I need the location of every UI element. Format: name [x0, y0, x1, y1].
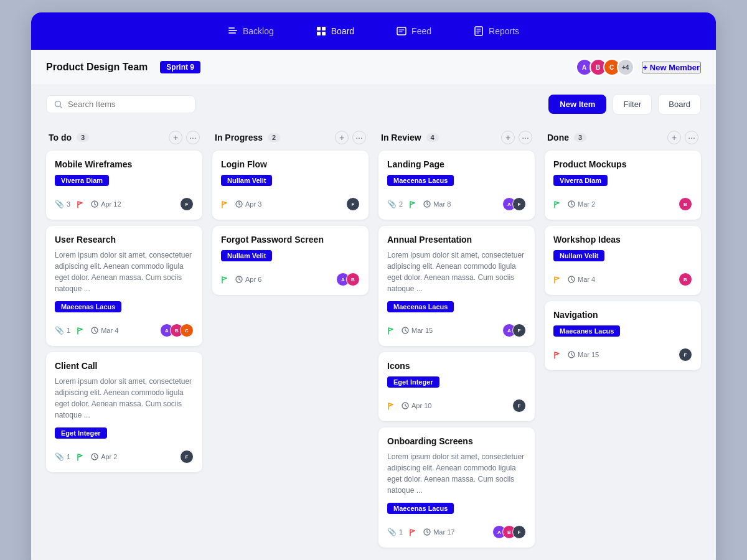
card-footer: Apr 6 AB — [221, 273, 360, 286]
card-date: Mar 2 — [568, 200, 595, 208]
card-flag — [77, 200, 85, 208]
nav-board[interactable]: Board — [310, 22, 360, 40]
paperclip-icon: 📎 — [387, 528, 397, 536]
column-menu-button[interactable]: ··· — [352, 131, 366, 144]
card-attachments: 📎 1 — [387, 528, 403, 536]
flag-icon — [77, 200, 85, 208]
nav-backlog[interactable]: Backlog — [222, 22, 280, 40]
card-flag — [553, 276, 561, 284]
card[interactable]: Product Mockups Viverra Diam Mar 2 B — [545, 151, 701, 220]
card[interactable]: Navigation Maecanes Lacus Mar 15 F — [545, 301, 701, 370]
column-count: 4 — [426, 133, 439, 142]
clock-icon — [568, 351, 575, 358]
paperclip-icon: 📎 — [55, 452, 64, 461]
column-menu-button[interactable]: ··· — [685, 131, 698, 144]
card-date: Apr 12 — [91, 200, 121, 208]
card-flag — [409, 200, 417, 208]
card[interactable]: Forgot Password Screen Nullam Velit Apr … — [212, 226, 369, 295]
card[interactable]: Workshop Ideas Nullam Velit Mar 4 B — [545, 226, 701, 295]
column-menu-button[interactable]: ··· — [519, 131, 532, 144]
card-title: Workshop Ideas — [553, 235, 692, 245]
svg-rect-2 — [228, 32, 236, 34]
card-tag[interactable]: Viverra Diam — [553, 175, 608, 186]
card-tag[interactable]: Maecenas Lacus — [55, 301, 121, 312]
add-card-button[interactable]: + — [667, 131, 681, 144]
column-actions: + ··· — [335, 131, 366, 144]
team-avatars: A B C +4 — [576, 58, 634, 76]
avatar: F — [512, 399, 526, 413]
card-tag[interactable]: Nullam Velit — [221, 175, 272, 186]
new-member-button[interactable]: + New Member — [642, 62, 701, 73]
card-tag[interactable]: Maecanes Lacus — [553, 325, 620, 337]
card-tag[interactable]: Eget Integer — [55, 427, 107, 439]
column-menu-button[interactable]: ··· — [186, 131, 200, 144]
card[interactable]: Annual Presentation Lorem ipsum dolor si… — [378, 226, 535, 346]
card-tag[interactable]: Maecenas Lacus — [387, 503, 454, 514]
card-avatars: ABF — [492, 525, 526, 539]
card[interactable]: User Research Lorem ipsum dolor sit amet… — [46, 226, 202, 346]
board-button[interactable]: Board — [658, 94, 701, 114]
svg-rect-7 — [397, 27, 406, 35]
column-actions: + ··· — [169, 131, 200, 144]
flag-icon — [553, 276, 561, 284]
card-avatars: F — [180, 450, 194, 464]
card-description: Lorem ipsum dolor sit amet, consectetuer… — [55, 376, 194, 421]
column-header: Done 3 + ··· — [545, 123, 701, 151]
filter-button[interactable]: Filter — [613, 94, 652, 114]
column-header: To do 3 + ··· — [46, 123, 202, 151]
card-title: Product Mockups — [553, 159, 692, 169]
column-title-group: To do 3 — [49, 133, 89, 142]
nav-reports[interactable]: Reports — [467, 22, 525, 40]
svg-rect-1 — [228, 30, 237, 31]
add-card-button[interactable]: + — [169, 131, 182, 144]
card-tag[interactable]: Maecenas Lacus — [387, 301, 454, 312]
card[interactable]: Landing Page Maecenas Lacus 📎 2 Mar 8 AF — [378, 151, 535, 220]
clock-icon — [91, 327, 98, 334]
new-item-button[interactable]: New Item — [548, 95, 606, 114]
svg-point-9 — [55, 101, 61, 106]
card-tag[interactable]: Maecenas Lacus — [387, 175, 454, 186]
card-description: Lorem ipsum dolor sit amet, consectetuer… — [387, 451, 526, 496]
column-count: 3 — [574, 133, 586, 142]
svg-rect-4 — [322, 27, 326, 30]
card-avatars: F — [180, 197, 194, 211]
card-footer: 📎 1 Mar 17 ABF — [387, 525, 526, 539]
card[interactable]: Onboarding Screens Lorem ipsum dolor sit… — [378, 427, 535, 548]
clock-icon — [402, 327, 409, 334]
search-icon — [54, 100, 63, 109]
flag-icon — [387, 327, 395, 335]
search-input[interactable] — [68, 100, 187, 109]
column-title: To do — [49, 133, 72, 142]
card-flag — [221, 276, 229, 284]
header-row: Product Design Team Sprint 9 A B C +4 + … — [31, 50, 716, 85]
card[interactable]: Icons Eget Integer Apr 10 F — [378, 352, 535, 421]
svg-rect-0 — [228, 27, 235, 29]
card-avatars: AB — [336, 273, 360, 286]
clock-icon — [423, 528, 431, 536]
card-date: Mar 4 — [568, 276, 595, 283]
card-tag[interactable]: Nullam Velit — [553, 250, 604, 261]
card-tag[interactable]: Viverra Diam — [55, 175, 109, 186]
add-card-button[interactable]: + — [335, 131, 349, 144]
column-in-review: In Review 4 + ··· Landing Page Maecenas … — [374, 123, 540, 554]
card[interactable]: Client Call Lorem ipsum dolor sit amet, … — [46, 352, 202, 472]
card-flag — [221, 200, 229, 208]
column-title-group: In Progress 2 — [215, 133, 280, 142]
avatar: F — [512, 324, 526, 337]
card[interactable]: Login Flow Nullam Velit Apr 3 F — [212, 151, 369, 220]
card-tag[interactable]: Nullam Velit — [221, 250, 272, 261]
card[interactable]: Mobile Wireframes Viverra Diam 📎 3 Apr 1… — [46, 151, 202, 220]
card-tag[interactable]: Eget Integer — [387, 376, 439, 388]
nav-feed[interactable]: Feed — [390, 22, 438, 40]
card-avatars: F — [679, 348, 692, 362]
flag-icon — [409, 200, 417, 208]
card-attachments: 📎 1 — [55, 326, 70, 335]
card-flag — [553, 351, 561, 359]
search-box[interactable] — [46, 95, 195, 113]
card-avatars: F — [512, 399, 526, 413]
add-card-button[interactable]: + — [501, 131, 515, 144]
card-attachments: 📎 1 — [55, 452, 70, 461]
column-actions: + ··· — [501, 131, 532, 144]
card-footer: Mar 15 F — [553, 348, 692, 362]
card-footer: Mar 4 B — [553, 273, 692, 286]
